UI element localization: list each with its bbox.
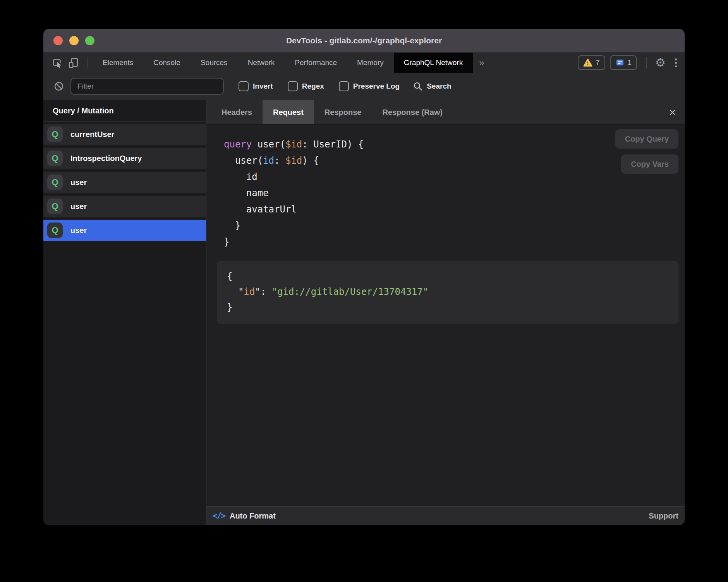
traffic-lights: [53, 29, 94, 52]
minimize-window-button[interactable]: [69, 36, 79, 45]
detail-tab-response-raw[interactable]: Response (Raw): [372, 100, 453, 124]
tab-elements[interactable]: Elements: [93, 53, 143, 73]
invert-checkbox-label: Invert: [253, 82, 273, 91]
search-icon: [413, 81, 423, 91]
close-panel-icon[interactable]: ×: [669, 106, 676, 118]
warning-triangle-icon: [583, 58, 592, 67]
maximize-window-button[interactable]: [85, 36, 94, 45]
search-toggle[interactable]: Search: [413, 81, 451, 91]
sidebar-item-user[interactable]: Quser: [43, 196, 206, 217]
issues-count: 1: [628, 58, 632, 67]
copy-query-button[interactable]: Copy Query: [615, 129, 678, 149]
code-line: }: [224, 217, 364, 234]
graphql-query-code: query user($id: UserID) { user(id: $id) …: [224, 136, 364, 250]
code-line: name: [224, 185, 364, 201]
tab-graphql-network[interactable]: GraphQL Network: [394, 53, 473, 73]
tab-network[interactable]: Network: [238, 53, 285, 73]
main-tab-strip: ElementsConsoleSourcesNetworkPerformance…: [93, 53, 473, 73]
device-toolbar-icon[interactable]: [67, 56, 81, 70]
close-window-button[interactable]: [53, 36, 63, 45]
warnings-count: 7: [596, 58, 600, 67]
preserve-log-checkbox-group[interactable]: Preserve Log: [339, 81, 400, 91]
variables-box: { "id": "gid://gitlab/User/13704317"}: [217, 261, 678, 324]
query-list: QcurrentUserQIntrospectionQueryQuserQuse…: [43, 122, 206, 244]
sidebar-header: Query / Mutation: [43, 100, 206, 122]
code-line: }: [227, 300, 668, 315]
filter-checkboxes: InvertRegexPreserve Log: [224, 81, 400, 91]
query-type-badge: Q: [47, 175, 63, 190]
query-name-label: user: [70, 202, 87, 211]
code-brackets-icon: </>: [213, 511, 225, 520]
main-area: Query / Mutation QcurrentUserQIntrospect…: [43, 100, 685, 525]
tab-console[interactable]: Console: [143, 53, 191, 73]
tab-memory[interactable]: Memory: [347, 53, 394, 73]
search-label: Search: [427, 82, 451, 91]
message-bubble-icon: [615, 58, 625, 67]
query-name-label: currentUser: [70, 130, 114, 139]
auto-format-button[interactable]: Auto Format: [230, 512, 276, 520]
toolbar-divider: [88, 57, 88, 68]
preserve-log-checkbox-label: Preserve Log: [353, 82, 400, 91]
detail-tab-headers[interactable]: Headers: [211, 100, 263, 124]
sidebar-item-user[interactable]: Quser: [43, 220, 206, 241]
devtools-window: DevTools - gitlab.com/-/graphql-explorer…: [43, 29, 685, 525]
panel-footer: </> Auto Format Support: [206, 506, 685, 525]
query-type-badge: Q: [47, 199, 63, 214]
clear-block-icon[interactable]: [53, 81, 64, 92]
sidebar-item-currentuser[interactable]: QcurrentUser: [43, 124, 206, 145]
detail-tabs: HeadersRequestResponseResponse (Raw): [211, 100, 453, 124]
settings-gear-icon[interactable]: ⚙: [655, 57, 666, 68]
code-line: id: [224, 169, 364, 185]
warnings-badge[interactable]: 7: [578, 55, 605, 70]
filter-toolbar: InvertRegexPreserve Log Search: [43, 73, 685, 100]
query-type-badge: Q: [47, 151, 63, 166]
toolbar-divider: [646, 57, 647, 68]
query-type-badge: Q: [47, 223, 63, 238]
code-line: "id": "gid://gitlab/User/13704317": [227, 284, 668, 300]
screen-background: { "colors": { "accent_blue": "#3a67e4", …: [0, 0, 728, 582]
detail-panel: HeadersRequestResponseResponse (Raw) × q…: [206, 100, 685, 525]
query-list-sidebar: Query / Mutation QcurrentUserQIntrospect…: [43, 100, 206, 525]
code-line: avatarUrl: [224, 201, 364, 217]
regex-checkbox-label: Regex: [302, 82, 324, 91]
devtools-tabbar: ElementsConsoleSourcesNetworkPerformance…: [43, 53, 685, 73]
detail-tab-strip: HeadersRequestResponseResponse (Raw) ×: [206, 100, 685, 125]
query-name-label: user: [70, 178, 87, 187]
detail-tab-request[interactable]: Request: [263, 100, 314, 124]
sidebar-item-user[interactable]: Quser: [43, 172, 206, 193]
code-line: {: [227, 269, 668, 284]
tab-performance[interactable]: Performance: [285, 53, 347, 73]
tab-sources[interactable]: Sources: [191, 53, 238, 73]
support-link[interactable]: Support: [649, 512, 678, 520]
request-tab-content: query user($id: UserID) { user(id: $id) …: [206, 125, 685, 506]
kebab-menu-icon[interactable]: [675, 58, 677, 67]
query-name-label: user: [70, 226, 87, 235]
query-name-label: IntrospectionQuery: [70, 154, 142, 163]
titlebar: DevTools - gitlab.com/-/graphql-explorer: [43, 29, 685, 53]
sidebar-item-introspectionquery[interactable]: QIntrospectionQuery: [43, 148, 206, 169]
query-type-badge: Q: [47, 127, 63, 142]
code-line: }: [224, 234, 364, 250]
regex-checkbox[interactable]: [288, 81, 298, 91]
code-line: user(id: $id) {: [224, 152, 364, 169]
regex-checkbox-group[interactable]: Regex: [288, 81, 324, 91]
code-line: query user($id: UserID) {: [224, 136, 364, 152]
invert-checkbox-group[interactable]: Invert: [239, 81, 273, 91]
graphql-variables-code: { "id": "gid://gitlab/User/13704317"}: [227, 269, 668, 315]
more-tabs-chevron-icon[interactable]: »: [473, 57, 490, 68]
issues-badge[interactable]: 1: [610, 55, 637, 70]
invert-checkbox[interactable]: [239, 81, 249, 91]
inspect-element-icon[interactable]: [50, 56, 64, 70]
filter-input[interactable]: [70, 78, 224, 95]
copy-vars-button[interactable]: Copy Vars: [621, 154, 678, 174]
window-title: DevTools - gitlab.com/-/graphql-explorer: [43, 36, 685, 45]
detail-tab-response[interactable]: Response: [314, 100, 372, 124]
preserve-log-checkbox[interactable]: [339, 81, 349, 91]
